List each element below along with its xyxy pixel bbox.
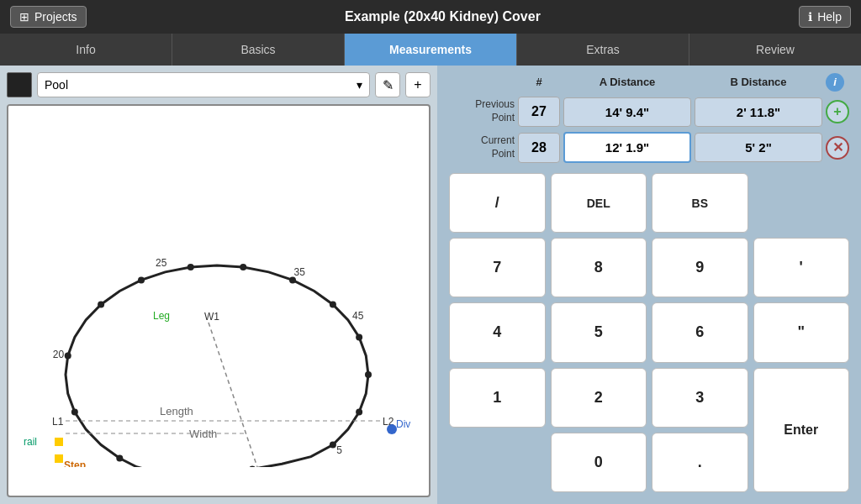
- tab-basics[interactable]: Basics: [172, 34, 345, 66]
- pool-canvas: [8, 106, 425, 467]
- col-a-header: A Distance: [563, 72, 691, 92]
- bs-button[interactable]: BS: [652, 173, 748, 233]
- col-hash-header: #: [518, 72, 560, 92]
- current-point-label: CurrentPoint: [447, 134, 515, 160]
- numpad: / DEL BS 7 8 9 ' 4 5 6 " 1 2 3 Enter 0 .: [444, 168, 854, 497]
- two-button[interactable]: 2: [551, 368, 647, 428]
- eight-button[interactable]: 8: [551, 238, 647, 297]
- slash-button[interactable]: /: [449, 173, 546, 233]
- enter-button[interactable]: Enter: [753, 368, 850, 492]
- pool-canvas-area[interactable]: [7, 104, 430, 497]
- curr-a-distance[interactable]: 12' 1.9": [563, 132, 691, 163]
- dot-button[interactable]: .: [652, 433, 748, 492]
- curr-b-distance: 5' 2": [695, 133, 822, 162]
- right-panel: # A Distance B Distance i PreviousPoint …: [437, 66, 861, 504]
- left-panel: Pool ▾ ✎ +: [0, 66, 437, 504]
- add-point-button[interactable]: +: [826, 100, 849, 123]
- one-button[interactable]: 1: [449, 368, 546, 428]
- previous-point-label: PreviousPoint: [447, 98, 515, 124]
- info-circle-icon: ℹ: [808, 10, 812, 24]
- tab-info[interactable]: Info: [0, 34, 172, 66]
- help-button[interactable]: ℹ Help: [799, 6, 851, 28]
- prev-a-distance: 14' 9.4": [563, 97, 691, 127]
- main-content: Pool ▾ ✎ + # A Distance B Distance i Pr: [0, 66, 861, 504]
- pool-selector-row: Pool ▾ ✎ +: [7, 72, 430, 97]
- chevron-down-icon: ▾: [357, 78, 362, 92]
- prev-b-distance: 2' 11.8": [695, 97, 822, 127]
- color-swatch[interactable]: [7, 72, 32, 97]
- curr-point-number: 28: [518, 133, 560, 163]
- plus-icon: +: [414, 77, 421, 92]
- info-icon-button[interactable]: i: [826, 73, 844, 92]
- prev-point-number: 27: [518, 97, 560, 127]
- edit-icon: ✎: [383, 77, 394, 93]
- projects-label: Projects: [34, 10, 77, 24]
- four-button[interactable]: 4: [449, 302, 546, 362]
- quote-button[interactable]: ": [753, 302, 850, 362]
- projects-button[interactable]: ⊞ Projects: [10, 6, 87, 28]
- empty-top-right: [753, 173, 850, 233]
- remove-point-button[interactable]: ✕: [826, 136, 849, 160]
- nine-button[interactable]: 9: [652, 238, 748, 297]
- edit-button[interactable]: ✎: [375, 72, 400, 97]
- grid-icon: ⊞: [19, 10, 29, 24]
- tab-extras[interactable]: Extras: [517, 34, 689, 66]
- page-title: Example (20x40 Kidney) Cover: [345, 9, 541, 24]
- nav-tabs: Info Basics Measurements Extras Review: [0, 34, 861, 66]
- tick-button[interactable]: ': [753, 238, 850, 297]
- col-b-header: B Distance: [695, 72, 822, 92]
- empty-bottom-left: [449, 433, 546, 492]
- pool-dropdown[interactable]: Pool ▾: [37, 72, 370, 97]
- add-button[interactable]: +: [405, 72, 430, 97]
- zero-button[interactable]: 0: [551, 433, 647, 492]
- six-button[interactable]: 6: [652, 302, 748, 362]
- pool-dropdown-label: Pool: [45, 78, 68, 92]
- help-label: Help: [817, 10, 842, 24]
- tab-measurements[interactable]: Measurements: [345, 34, 517, 66]
- app-header: ⊞ Projects Example (20x40 Kidney) Cover …: [0, 0, 861, 34]
- seven-button[interactable]: 7: [449, 238, 546, 297]
- five-button[interactable]: 5: [551, 302, 647, 362]
- three-button[interactable]: 3: [652, 368, 748, 428]
- del-button[interactable]: DEL: [551, 173, 647, 233]
- tab-review[interactable]: Review: [689, 34, 861, 66]
